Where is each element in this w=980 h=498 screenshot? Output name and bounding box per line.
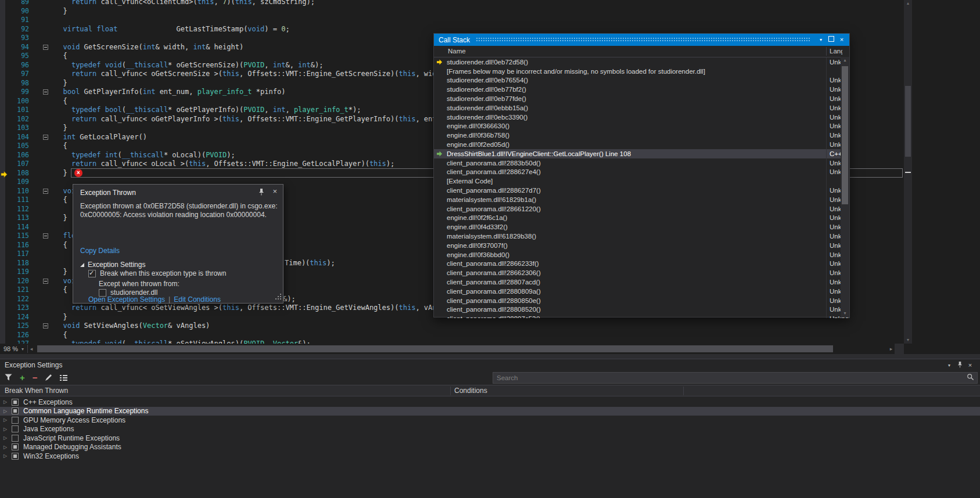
scrollbar-thumb[interactable] — [842, 66, 848, 204]
scroll-up-icon[interactable]: ▴ — [904, 0, 912, 7]
callstack-row[interactable]: client_panorama.dll!2866233f()Unknown — [434, 259, 849, 269]
callstack-row[interactable]: client_panorama.dll!28808520()Unknown — [434, 305, 849, 315]
exception-category-row[interactable]: ▷Java Exceptions — [0, 425, 980, 434]
category-checkbox[interactable] — [12, 435, 19, 442]
callstack-row[interactable]: client_panorama.dll!288627d7()Unknown — [434, 186, 849, 195]
callstack-row[interactable]: studiorender.dll!0eb77bf2()Unknown — [434, 85, 849, 94]
callstack-row[interactable]: studiorender.dll!0eb72d58()Unknown — [434, 57, 849, 67]
callstack-row[interactable]: engine.dll!0f2ed05d()Unknown — [434, 140, 849, 149]
category-checkbox[interactable] — [12, 453, 19, 460]
code-line[interactable]: 126 { — [0, 331, 980, 340]
search-box[interactable] — [493, 372, 978, 384]
expander-collapsed-icon[interactable]: ▷ — [3, 435, 12, 441]
expander-collapsed-icon[interactable]: ▷ — [3, 445, 12, 450]
callstack-row[interactable]: client_panorama.dll!2883b50d()Unknown — [434, 158, 849, 168]
fold-collapse-icon[interactable] — [43, 233, 48, 239]
callstack-row[interactable]: client_panorama.dll!28662306()Unknown — [434, 268, 849, 277]
code-line[interactable]: 90 } — [0, 7, 980, 16]
editor-horizontal-scrollbar[interactable] — [35, 344, 888, 354]
edit-icon[interactable] — [45, 373, 52, 383]
filter-icon[interactable] — [5, 373, 12, 383]
fold-collapse-icon[interactable] — [43, 135, 48, 140]
fold-collapse-icon[interactable] — [43, 323, 48, 329]
exception-category-row[interactable]: ▷JavaScript Runtime Exceptions — [0, 434, 980, 443]
callstack-row[interactable]: engine.dll!0f36bbd0()Unknown — [434, 250, 849, 259]
callstack-titlebar[interactable]: Call Stack ▾ × — [434, 34, 849, 46]
grid-column-headers[interactable]: Break When Thrown Conditions — [0, 385, 980, 396]
column-name[interactable]: Name — [448, 46, 466, 57]
exception-category-row[interactable]: ▷C++ Exceptions — [0, 398, 980, 407]
open-exception-settings-link[interactable]: Open Exception Settings — [88, 295, 165, 304]
exception-category-row[interactable]: ▷Win32 Exceptions — [0, 452, 980, 461]
scroll-down-icon[interactable]: ▾ — [841, 310, 849, 317]
callstack-row[interactable]: studiorender.dll!0eb77fde()Unknown — [434, 94, 849, 103]
fold-collapse-icon[interactable] — [43, 279, 48, 284]
callstack-row[interactable]: materialsystem.dll!61829b1a()Unknown — [434, 195, 849, 204]
callstack-row[interactable]: client_panorama.dll!28661220()Unknown — [434, 204, 849, 214]
exception-category-row[interactable]: ▷Managed Debugging Assistants — [0, 443, 980, 452]
titlebar-drag-handle[interactable] — [476, 37, 810, 42]
expander-collapsed-icon[interactable]: ▷ — [3, 409, 12, 414]
expander-collapsed-icon[interactable]: ▷ — [3, 427, 12, 432]
callstack-row[interactable]: [Frames below may be incorrect and/or mi… — [434, 67, 849, 76]
callstack-row[interactable]: studiorender.dll!0ebc3390()Unknown — [434, 113, 849, 122]
exception-category-row[interactable]: ▷Common Language Runtime Exceptions — [0, 407, 980, 416]
panel-splitter[interactable] — [0, 354, 980, 359]
callstack-row[interactable]: engine.dll!0f4d33f2()Unknown — [434, 222, 849, 232]
callstack-row[interactable]: DressShirtBlue1.dll!IVEngineClient::GetL… — [434, 149, 849, 158]
edit-conditions-link[interactable]: Edit Conditions — [174, 295, 221, 304]
close-icon[interactable]: × — [965, 362, 975, 369]
code-line[interactable]: 89 return call_vfunc<oClientCmd>(this, 7… — [0, 0, 980, 7]
checklist-icon[interactable] — [60, 373, 67, 383]
close-icon[interactable]: × — [837, 34, 847, 46]
resize-grip-icon[interactable] — [275, 294, 282, 302]
category-checkbox[interactable] — [12, 417, 19, 424]
pin-icon[interactable] — [954, 361, 965, 369]
scroll-left-icon[interactable]: ◂ — [28, 346, 35, 352]
exception-category-row[interactable]: ▷GPU Memory Access Exceptions — [0, 416, 980, 425]
callstack-row[interactable]: client_panorama.dll!2880809a()Unknown — [434, 287, 849, 296]
copy-details-link[interactable]: Copy Details — [80, 247, 120, 255]
callstack-row[interactable]: client_panorama.dll!28807acd()Unknown — [434, 277, 849, 287]
callstack-column-headers[interactable]: Name Lang — [434, 46, 849, 57]
category-checkbox[interactable] — [12, 425, 19, 432]
fold-collapse-icon[interactable] — [43, 189, 48, 194]
scroll-up-icon[interactable]: ▴ — [841, 57, 849, 64]
fold-collapse-icon[interactable] — [43, 89, 48, 95]
callstack-row[interactable]: client_panorama.dll!2880850e()Unknown — [434, 296, 849, 305]
callstack-scrollbar[interactable]: ▴ ▾ — [841, 57, 849, 317]
exception-marker-icon[interactable]: × — [74, 169, 82, 177]
category-checkbox[interactable] — [12, 399, 19, 406]
callstack-row[interactable]: materialsystem.dll!61829b38()Unknown — [434, 232, 849, 241]
remove-icon[interactable]: − — [33, 374, 38, 382]
code-line[interactable]: 125 void SetViewAngles(Vector& vAngles) — [0, 322, 980, 331]
column-break-when-thrown[interactable]: Break When Thrown — [5, 385, 68, 396]
panel-titlebar[interactable]: Exception Settings ▾ × — [0, 359, 980, 371]
window-position-icon[interactable]: ▾ — [816, 34, 826, 46]
scroll-right-icon[interactable]: ▸ — [888, 346, 895, 352]
column-lang[interactable]: Lang — [830, 46, 842, 57]
column-conditions[interactable]: Conditions — [454, 385, 487, 396]
zoom-control[interactable]: 98 % ▾ — [0, 345, 27, 352]
search-icon[interactable] — [967, 373, 977, 383]
fold-collapse-icon[interactable] — [43, 45, 48, 50]
add-icon[interactable]: + — [20, 374, 25, 382]
editor-vertical-scrollbar[interactable]: ▴ ▾ — [904, 0, 912, 344]
code-line[interactable]: 91 — [0, 16, 980, 25]
category-checkbox[interactable] — [12, 443, 19, 450]
callstack-row[interactable]: engine.dll!0f2f6c1a()Unknown — [434, 214, 849, 223]
scroll-down-icon[interactable]: ▾ — [904, 337, 912, 344]
close-icon[interactable]: × — [272, 187, 277, 196]
break-checkbox[interactable] — [88, 270, 96, 277]
callstack-row[interactable]: engine.dll!0f37007f()Unknown — [434, 241, 849, 250]
scrollbar-thumb[interactable] — [37, 345, 833, 352]
callstack-row[interactable]: client_panorama.dll!28807c52()Unknown — [434, 314, 849, 318]
window-menu-icon[interactable]: ▾ — [944, 363, 954, 368]
search-input[interactable] — [493, 374, 967, 381]
callstack-row[interactable]: studiorender.dll!0ebbb15a()Unknown — [434, 103, 849, 113]
callstack-row[interactable]: [External Code] — [434, 176, 849, 186]
code-line[interactable]: 127 typedef void(__thiscall* oSetViewAng… — [0, 340, 980, 344]
callstack-row[interactable]: engine.dll!0f366630()Unknown — [434, 122, 849, 131]
exception-settings-expander[interactable]: Exception Settings — [80, 261, 145, 269]
expander-collapsed-icon[interactable]: ▷ — [3, 399, 12, 405]
